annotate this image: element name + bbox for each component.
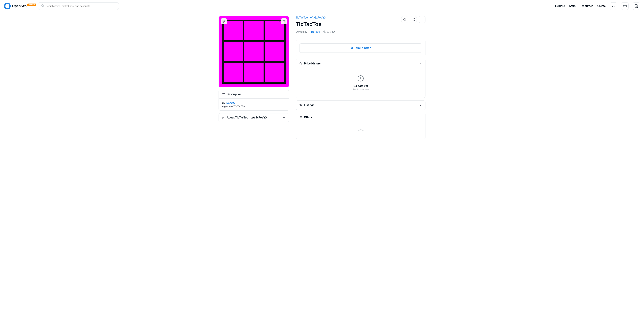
refresh-icon xyxy=(403,18,406,21)
no-data-sub: Check back later. xyxy=(299,88,422,91)
chart-icon xyxy=(299,62,302,65)
description-card: Description By B17690 A game of TicTacTo… xyxy=(218,90,289,111)
cell-7 xyxy=(224,63,243,82)
description-body: By B17690 A game of TicTacToe. xyxy=(219,98,289,110)
svg-point-13 xyxy=(412,19,413,20)
nft-image[interactable] xyxy=(219,16,289,87)
price-history-section: Price History No data yet Check back lat… xyxy=(296,59,426,98)
owned-by-label: Owned by xyxy=(296,30,307,33)
listings-title: Listings xyxy=(304,104,314,107)
tag-icon xyxy=(350,46,354,50)
views-label: view xyxy=(330,30,335,33)
listings-title-row: Listings xyxy=(299,104,314,107)
wallet-button[interactable] xyxy=(621,2,628,10)
offers-body xyxy=(296,122,425,139)
svg-line-1 xyxy=(43,6,44,7)
about-header[interactable]: About TicTacToe - oAv5xFoVYX xyxy=(219,113,289,122)
description-by: By B17690 xyxy=(222,101,286,104)
svg-point-14 xyxy=(414,20,414,21)
description-icon xyxy=(222,93,225,96)
svg-rect-3 xyxy=(623,5,626,7)
description-text: A game of TicTacToe. xyxy=(222,105,286,108)
refresh-button[interactable] xyxy=(401,16,408,23)
resources-link[interactable]: Resources xyxy=(580,5,593,8)
svg-point-12 xyxy=(414,18,414,19)
svg-point-11 xyxy=(324,31,325,32)
about-icon xyxy=(222,116,225,119)
about-title: About TicTacToe - oAv5xFoVYX xyxy=(227,116,267,119)
listings-tag-icon xyxy=(299,104,302,107)
listings-chevron-icon xyxy=(419,104,422,107)
navbar: OpenSea Testnets Explore Stats Resources… xyxy=(0,0,644,12)
logo[interactable]: OpenSea Testnets xyxy=(4,3,36,10)
brand-name: OpenSea xyxy=(12,4,27,8)
clock-icon xyxy=(299,75,422,82)
listings-header[interactable]: Listings xyxy=(296,101,425,110)
cell-9 xyxy=(265,63,284,82)
owner-link[interactable]: B17690 xyxy=(311,30,320,33)
more-button[interactable] xyxy=(419,16,426,23)
explore-link[interactable]: Explore xyxy=(555,5,565,8)
like-count: 0 xyxy=(278,20,280,23)
cart-button[interactable] xyxy=(632,2,640,10)
logo-icon xyxy=(4,3,11,10)
left-panel: 0 xyxy=(218,16,289,122)
svg-line-16 xyxy=(413,19,414,19)
about-card: About TicTacToe - oAv5xFoVYX xyxy=(218,113,289,122)
offers-title-row: Offers xyxy=(299,116,312,119)
description-owner[interactable]: B17690 xyxy=(226,101,235,104)
collection-link[interactable]: TicTacToe - oAv5xFoVYX xyxy=(296,16,335,19)
price-history-title-row: Price History xyxy=(299,62,321,65)
no-data-title: No data yet xyxy=(299,84,422,87)
offers-header[interactable]: Offers xyxy=(296,113,425,122)
about-chevron-icon xyxy=(282,116,286,119)
offers-empty-icon xyxy=(356,125,366,135)
listings-section: Listings xyxy=(296,100,426,110)
views-wrap: 1 view xyxy=(323,30,334,33)
nft-card-actions: 0 xyxy=(221,18,287,24)
svg-point-30 xyxy=(362,130,364,131)
search-input[interactable] xyxy=(46,5,116,8)
more-icon xyxy=(420,18,424,21)
testnets-badge: Testnets xyxy=(28,4,36,6)
svg-point-28 xyxy=(358,130,360,131)
offers-title: Offers xyxy=(304,116,312,119)
item-title: TicTacToe xyxy=(296,21,335,28)
svg-point-0 xyxy=(41,5,43,7)
cell-6 xyxy=(265,42,284,61)
offers-section: Offers xyxy=(296,113,426,139)
description-header[interactable]: Description xyxy=(219,90,289,98)
search-bar[interactable] xyxy=(38,2,119,10)
create-link[interactable]: Create xyxy=(597,5,606,8)
eye-icon xyxy=(323,30,326,33)
share-small-button[interactable] xyxy=(221,18,227,24)
cell-4 xyxy=(224,42,243,61)
share-icon xyxy=(412,18,415,21)
svg-line-15 xyxy=(413,20,414,20)
svg-point-29 xyxy=(360,128,362,130)
price-history-chevron-icon xyxy=(419,62,422,65)
meta-row: Owned by B17690 1 view xyxy=(296,30,335,33)
action-bar xyxy=(401,16,426,23)
like-area: 0 xyxy=(278,18,287,24)
offers-chevron-icon xyxy=(419,116,422,119)
price-history-body: No data yet Check back later. xyxy=(296,68,425,98)
like-button[interactable] xyxy=(281,18,287,24)
account-button[interactable] xyxy=(610,2,617,10)
make-offer-button[interactable]: Make offer xyxy=(299,43,422,53)
right-panel: TicTacToe - oAv5xFoVYX TicTacToe Owned b… xyxy=(296,16,426,142)
price-history-title: Price History xyxy=(304,62,321,65)
cell-5 xyxy=(244,42,264,61)
price-history-header[interactable]: Price History xyxy=(296,59,425,68)
svg-point-2 xyxy=(613,5,614,6)
description-title: Description xyxy=(227,93,242,96)
by-label: By xyxy=(222,101,225,104)
stats-link[interactable]: Stats xyxy=(569,5,576,8)
make-offer-section: Make offer xyxy=(296,40,426,56)
tictactoe-grid xyxy=(222,20,286,84)
search-icon xyxy=(41,4,44,8)
svg-point-18 xyxy=(422,19,422,20)
share-button[interactable] xyxy=(410,16,417,23)
offers-list-icon xyxy=(299,116,302,119)
cell-8 xyxy=(244,63,264,82)
